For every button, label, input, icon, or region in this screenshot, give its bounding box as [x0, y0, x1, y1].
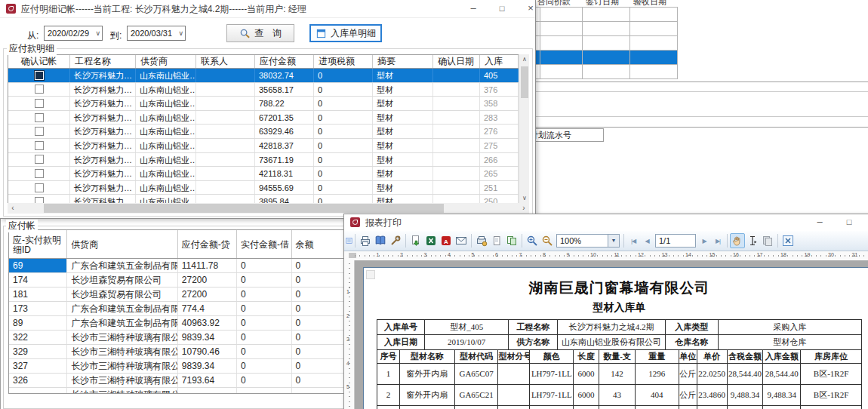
table-row[interactable]: 173广东合和建筑五金制品有限公司774.400: [9, 302, 348, 316]
table-cell: [801, 406, 861, 409]
checkbox[interactable]: [35, 183, 44, 192]
entry-detail-button[interactable]: 入库单明细: [309, 24, 382, 42]
scroll-down-icon[interactable]: ∨: [519, 193, 530, 204]
hand-tool-icon[interactable]: [730, 233, 745, 248]
table-row[interactable]: 69广东合和建筑五金制品有限公司11411.7800: [9, 259, 348, 273]
from-date-select[interactable]: 2020/02/29 ∨: [44, 26, 103, 41]
doc-icon-partial[interactable]: [346, 233, 352, 248]
table-row[interactable]: 89广东合和建筑五金制品有限公司40963.9200: [9, 316, 348, 331]
first-page-button[interactable]: |◀: [626, 238, 640, 244]
column-header[interactable]: 实付金额-借: [237, 230, 292, 258]
table-row[interactable]: [528, 51, 678, 65]
checkbox[interactable]: [35, 141, 44, 150]
minimize-button[interactable]: –: [462, 0, 485, 17]
export-icon[interactable]: [408, 233, 423, 248]
table-row[interactable]: 长沙万科魅力…山东南山铝业…94555.690型材251: [8, 181, 519, 195]
column-header[interactable]: 工程名称: [70, 55, 136, 68]
vertical-scrollbar[interactable]: ∧ ∨: [519, 54, 529, 204]
multi-page-icon[interactable]: [504, 233, 519, 248]
zoom-in-icon[interactable]: [525, 233, 540, 248]
column-header[interactable]: 余额: [292, 230, 348, 258]
table-row[interactable]: 322长沙市三湘特种玻璃有限公司9839.3400: [9, 331, 348, 345]
column-header[interactable]: 应付金额: [255, 55, 314, 68]
chevron-down-icon[interactable]: ▼: [608, 235, 619, 247]
query-button[interactable]: 查 询: [226, 24, 294, 42]
preview-area[interactable]: 12345 湖南巨晟门窗幕墙有限公司 型材入库单 入库单号型材_405工程名称长…: [344, 260, 868, 409]
payables-table[interactable]: 应-实付款明细ID供货商应付金额-贷实付金额-借余额69广东合和建筑五金制品有限…: [8, 229, 349, 394]
table-row[interactable]: 326长沙市三湘特种玻璃有限公司7193.6400: [9, 374, 348, 388]
table-row[interactable]: 174长沙坦森贸易有限公司2720000: [9, 273, 348, 288]
column-header[interactable]: 供货商: [136, 55, 196, 68]
single-page-icon[interactable]: [489, 233, 504, 248]
zoom-level-select[interactable]: 100%▼: [556, 234, 620, 248]
table-row[interactable]: 长沙市三湘特种玻璃有限公司: [9, 388, 348, 394]
checkbox[interactable]: [35, 85, 44, 94]
bg-table[interactable]: [528, 7, 678, 79]
maximize-button[interactable]: □: [491, 0, 513, 17]
table-row[interactable]: 长沙万科魅力…山东南山铝业…67201.350型材283: [8, 111, 519, 125]
column-header[interactable]: 进项税额: [314, 55, 373, 68]
close-preview-icon[interactable]: [780, 233, 796, 248]
chevron-down-icon[interactable]: ∨: [178, 26, 183, 40]
last-page-button[interactable]: ▶|: [711, 238, 725, 244]
text-select-icon[interactable]: [745, 233, 760, 248]
column-header[interactable]: 确认记帐: [8, 55, 70, 68]
mail-icon[interactable]: [454, 233, 469, 248]
table-row[interactable]: 长沙万科魅力…山东南山铝业…42118.310型材265: [8, 167, 519, 181]
print-icon[interactable]: [358, 233, 373, 248]
table-cell: 0: [292, 302, 348, 315]
column-header[interactable]: 联系人: [196, 55, 255, 68]
info-value: 采购入库: [719, 320, 861, 334]
checkbox[interactable]: [35, 169, 44, 178]
checkbox[interactable]: [35, 155, 44, 164]
table-cell: 9839.34: [178, 359, 237, 373]
chevron-down-icon[interactable]: ∨: [95, 26, 100, 40]
table-row[interactable]: 长沙万科魅力…山东南山铝业…73671.190型材266: [8, 153, 519, 168]
table-row[interactable]: [528, 36, 678, 51]
titlebar[interactable]: 报表打印 – □ ×: [344, 214, 868, 232]
column-header[interactable]: 入库: [480, 55, 519, 68]
column-header[interactable]: 供货商: [67, 230, 178, 258]
checkbox[interactable]: [35, 71, 44, 80]
zoom-out-icon[interactable]: [540, 233, 555, 248]
prev-page-button[interactable]: ◀: [640, 238, 654, 244]
checkbox[interactable]: [35, 99, 44, 108]
column-header[interactable]: 应付金额-贷: [178, 230, 237, 258]
checkbox[interactable]: [35, 127, 44, 136]
maximize-button[interactable]: □: [838, 214, 860, 230]
tools-icon[interactable]: [388, 233, 403, 248]
copy-icon[interactable]: [760, 233, 775, 248]
horizontal-scrollbar[interactable]: ‹ ›: [8, 203, 529, 214]
table-row[interactable]: 181长沙坦森贸易有限公司2720000: [9, 288, 348, 302]
scroll-right-icon[interactable]: ›: [519, 203, 529, 214]
table-row[interactable]: [528, 22, 678, 36]
book-icon[interactable]: [373, 233, 388, 248]
table-row[interactable]: 329长沙市三湘特种玻璃有限公司10790.4600: [9, 345, 348, 359]
titlebar[interactable]: 应付明细记帐------当前工程: 长沙万科魅力之城4.2期------当前用户…: [0, 0, 535, 18]
excel-icon[interactable]: [423, 233, 439, 248]
scroll-left-icon[interactable]: ‹: [8, 203, 18, 214]
table-row[interactable]: 长沙万科魅力…山东南山铝业…35658.170型材376: [8, 83, 519, 97]
table-row[interactable]: [528, 65, 678, 79]
close-button[interactable]: ×: [519, 0, 542, 17]
column-header[interactable]: 确认日期: [433, 55, 480, 68]
payable-detail-table[interactable]: 确认记帐工程名称供货商联系人应付金额进项税额摘要确认日期入库长沙万科魅力…山东南…: [8, 54, 519, 204]
scroll-up-icon[interactable]: ∧: [519, 54, 530, 65]
scrollbar-thumb[interactable]: [44, 204, 444, 213]
table-row[interactable]: 长沙万科魅力…山东南山铝业…788.220型材358: [8, 97, 519, 111]
column-header[interactable]: 应-实付款明细ID: [9, 230, 67, 258]
to-date-select[interactable]: 2020/03/31 ∨: [127, 26, 186, 41]
pdf-icon[interactable]: A: [439, 233, 454, 248]
print-setup-icon[interactable]: [474, 233, 489, 248]
scrollbar-thumb[interactable]: [521, 66, 528, 98]
table-row[interactable]: 327长沙市三湘特种玻璃有限公司9839.3400: [9, 359, 348, 374]
table-row[interactable]: 长沙万科魅力…山东南山铝业…38032.740型材405: [8, 69, 519, 83]
table-row[interactable]: 长沙万科魅力…山东南山铝业…42818.370型材275: [8, 139, 519, 153]
page-number-input[interactable]: 1/1: [655, 234, 696, 248]
next-page-button[interactable]: ▶: [697, 238, 711, 244]
table-row[interactable]: [528, 8, 678, 22]
column-header[interactable]: 摘要: [373, 55, 433, 68]
minimize-button[interactable]: –: [808, 214, 831, 230]
table-row[interactable]: 长沙万科魅力…山东南山铝业…63929.460型材276: [8, 125, 519, 139]
checkbox[interactable]: [35, 113, 44, 122]
